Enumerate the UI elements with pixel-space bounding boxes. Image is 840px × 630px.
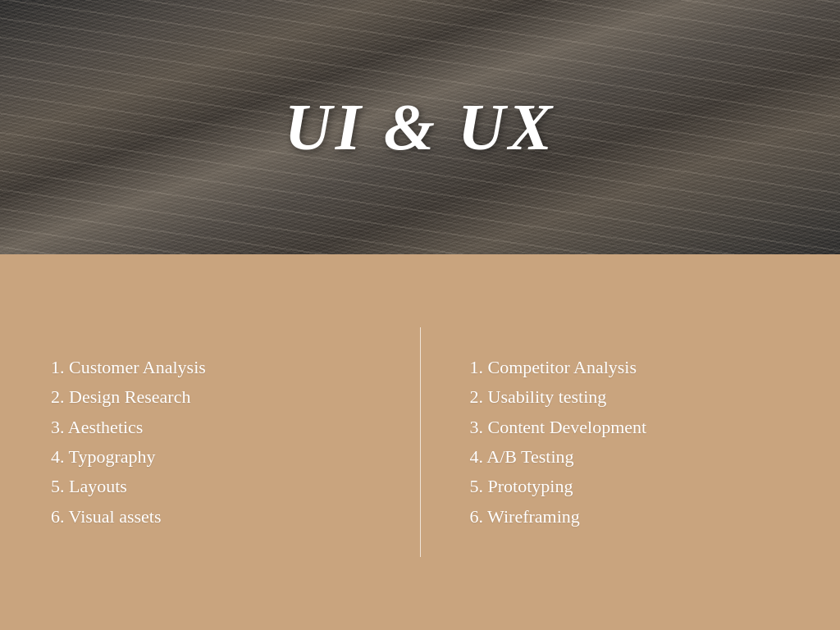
- list-item: 5. Prototyping: [470, 472, 790, 501]
- list-item: 6. Wireframing: [470, 502, 790, 532]
- column-divider: [420, 327, 421, 557]
- list-item: 4. Typography: [51, 442, 371, 472]
- list-item: 4. A/B Testing: [470, 442, 790, 472]
- content-section: 1. Customer Analysis 2. Design Research …: [0, 254, 840, 630]
- list-item: 1. Customer Analysis: [51, 353, 371, 382]
- list-item: 1. Competitor Analysis: [470, 353, 790, 382]
- page-title: UI & UX: [285, 90, 555, 165]
- list-item: 6. Visual assets: [51, 502, 371, 532]
- content-inner: 1. Customer Analysis 2. Design Research …: [51, 311, 789, 573]
- list-item: 2. Usability testing: [470, 382, 790, 412]
- list-item: 2. Design Research: [51, 382, 371, 412]
- left-column: 1. Customer Analysis 2. Design Research …: [51, 353, 404, 532]
- list-item: 3. Content Development: [470, 413, 790, 442]
- hero-section: UI & UX: [0, 0, 840, 254]
- list-item: 5. Layouts: [51, 472, 371, 501]
- list-item: 3. Aesthetics: [51, 413, 371, 442]
- right-column: 1. Competitor Analysis 2. Usability test…: [437, 353, 790, 532]
